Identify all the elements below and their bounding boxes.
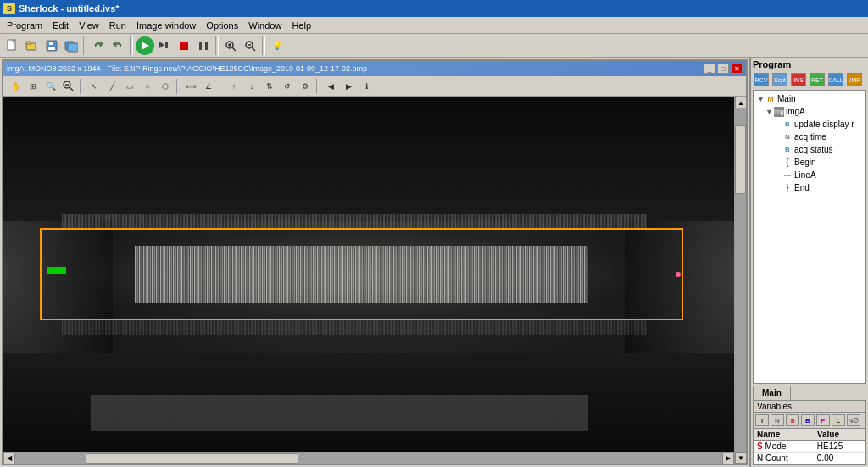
- menu-run[interactable]: Run: [104, 19, 131, 31]
- svg-rect-13: [199, 42, 202, 50]
- line-tool[interactable]: ╱: [103, 79, 120, 94]
- upper-band: [62, 214, 647, 228]
- pause-button[interactable]: [194, 36, 213, 55]
- minimize-button[interactable]: _: [704, 64, 715, 74]
- move-up-tool[interactable]: ↑: [225, 79, 242, 94]
- scroll-right-button[interactable]: ▶: [722, 453, 734, 464]
- program-tree[interactable]: ▼ M Main ▼ img imgA B update display r N…: [753, 90, 866, 384]
- svg-rect-12: [180, 42, 188, 50]
- image-window-titlebar: imgA: MONO8 2592 x 1944 - File: E:\IP Ri…: [3, 61, 746, 76]
- svg-rect-11: [165, 42, 168, 48]
- var-btn-n[interactable]: N: [771, 414, 784, 426]
- menu-window[interactable]: Window: [243, 19, 287, 31]
- zoom-out-button[interactable]: [241, 36, 259, 55]
- horizontal-scrollbar[interactable]: ◀ ▶: [3, 452, 734, 464]
- menu-options[interactable]: Options: [201, 19, 243, 31]
- program-toolbar: RCV Scpt INS RET CALL JMP: [753, 73, 866, 86]
- new-button[interactable]: [3, 36, 22, 55]
- tree-item-linea[interactable]: — LineA: [755, 169, 864, 181]
- tree-label-end: End: [794, 183, 810, 192]
- save-all-button[interactable]: [62, 36, 81, 55]
- rect-tool[interactable]: ▭: [121, 79, 138, 94]
- var-btn-i[interactable]: I: [755, 414, 769, 426]
- move-down-tool[interactable]: ↓: [243, 79, 260, 94]
- info-tool[interactable]: ℹ: [358, 79, 375, 94]
- tree-icon-brace-open: {: [782, 158, 793, 168]
- save-button[interactable]: [42, 36, 61, 55]
- ret-button[interactable]: RET: [809, 73, 826, 86]
- zoom-fit-tool[interactable]: ⊞: [25, 79, 42, 94]
- menu-image-window[interactable]: Image window: [131, 19, 201, 31]
- tree-item-acq-status[interactable]: B acq status: [755, 143, 864, 156]
- jmp-button[interactable]: JMP: [846, 73, 863, 86]
- var-btn-null[interactable]: N∅: [847, 414, 860, 426]
- flip-tool[interactable]: ⇅: [261, 79, 278, 94]
- app-icon-letter: S: [7, 4, 12, 13]
- bottom-rings: [91, 395, 587, 431]
- tree-item-end[interactable]: } End: [755, 181, 864, 194]
- var-btn-s[interactable]: S: [786, 414, 799, 426]
- run-button[interactable]: [136, 36, 154, 55]
- open-button[interactable]: [23, 36, 42, 55]
- tree-label-begin: Begin: [794, 158, 816, 167]
- close-button[interactable]: ✕: [731, 64, 743, 74]
- scroll-down-button[interactable]: ▼: [735, 452, 746, 464]
- tree-item-imga[interactable]: ▼ img imgA: [755, 105, 864, 118]
- tree-item-acq-time[interactable]: N acq time: [755, 131, 864, 143]
- var-btn-p[interactable]: P: [816, 414, 830, 426]
- prev-tool[interactable]: ◀: [322, 79, 339, 94]
- lower-band: [62, 320, 647, 335]
- cursor-tool[interactable]: ↖: [86, 79, 103, 94]
- tree-item-main[interactable]: ▼ M Main: [755, 92, 864, 105]
- menu-edit[interactable]: Edit: [47, 19, 74, 31]
- v-scroll-track[interactable]: [735, 108, 746, 452]
- scroll-left-button[interactable]: ◀: [3, 453, 15, 464]
- ins-button[interactable]: INS: [790, 73, 807, 86]
- stop-button[interactable]: [175, 36, 193, 55]
- step-button[interactable]: [155, 36, 174, 55]
- menu-view[interactable]: View: [74, 19, 104, 31]
- tab-main[interactable]: Main: [753, 386, 791, 400]
- maximize-button[interactable]: □: [717, 64, 729, 74]
- h-scroll-thumb[interactable]: [86, 453, 298, 464]
- var-row-count[interactable]: N Count 0.00: [754, 453, 865, 464]
- toolbar-separator-2: [130, 36, 133, 55]
- image-window: imgA: MONO8 2592 x 1944 - File: E:\IP Ri…: [2, 59, 748, 465]
- rotate-tool[interactable]: ↺: [279, 79, 296, 94]
- hand-tool[interactable]: ✋: [7, 79, 24, 94]
- measure-tool[interactable]: ⟺: [182, 79, 199, 94]
- zoom-in-button[interactable]: [221, 36, 240, 55]
- menu-program[interactable]: Program: [2, 19, 47, 31]
- var-type-model: S Model: [754, 441, 814, 453]
- polygon-tool[interactable]: ⬡: [157, 79, 174, 94]
- h-scroll-track[interactable]: [15, 453, 722, 464]
- bulb-button[interactable]: 💡: [268, 36, 287, 55]
- tree-item-begin[interactable]: { Begin: [755, 156, 864, 169]
- tree-item-update-display[interactable]: B update display r: [755, 118, 864, 131]
- settings-tool[interactable]: ⚙: [297, 79, 314, 94]
- scroll-up-button[interactable]: ▲: [735, 97, 746, 108]
- circle-tool[interactable]: ○: [139, 79, 156, 94]
- tree-label-acq-status: acq status: [794, 145, 833, 154]
- zoom-in-tool[interactable]: 🔍: [42, 79, 59, 94]
- redo-button[interactable]: [108, 36, 127, 55]
- zoom-out-tool[interactable]: [60, 79, 77, 94]
- v-scroll-thumb[interactable]: [735, 125, 746, 194]
- var-btn-l[interactable]: L: [832, 414, 845, 426]
- call-button[interactable]: CALL: [827, 73, 844, 86]
- angle-tool[interactable]: ∠: [200, 79, 217, 94]
- tree-icon-bool1: B: [782, 120, 793, 130]
- vertical-scrollbar[interactable]: ▲ ▼: [734, 97, 746, 464]
- svg-line-23: [70, 87, 73, 91]
- var-row-model[interactable]: S Model HE125: [754, 441, 865, 453]
- next-tool[interactable]: ▶: [340, 79, 357, 94]
- variables-header: Variables: [754, 401, 865, 413]
- image-toolbar: ✋ ⊞ 🔍 ↖ ╱ ▭ ○ ⬡ ⟺ ∠ ↑ ↓ ⇅ ↺ ⚙ ◀ ▶ ℹ: [3, 76, 746, 97]
- undo-button[interactable]: [89, 36, 108, 55]
- scpt-button[interactable]: Scpt: [771, 73, 788, 86]
- image-canvas[interactable]: [3, 97, 734, 452]
- rcv-button[interactable]: RCV: [753, 73, 770, 86]
- menu-help[interactable]: Help: [287, 19, 316, 31]
- var-btn-b[interactable]: B: [801, 414, 815, 426]
- image-scroll-area: ◀ ▶ ▲ ▼: [3, 97, 746, 464]
